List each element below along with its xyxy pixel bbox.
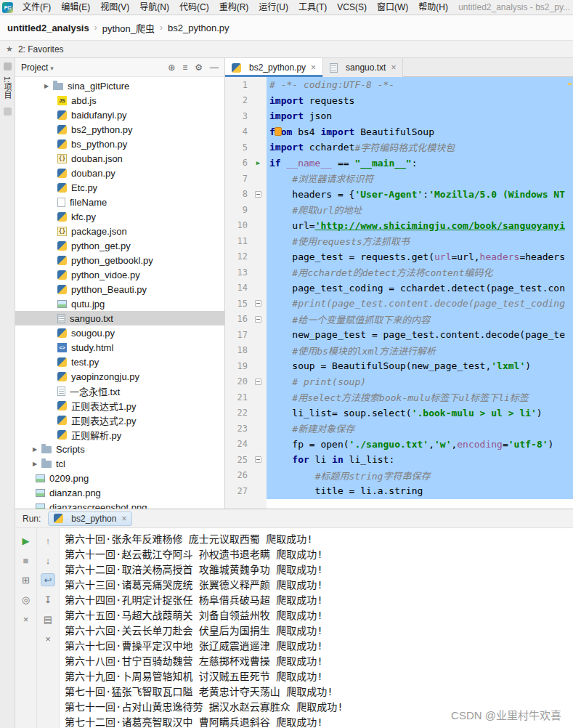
token-k: import (269, 95, 304, 106)
tree-item[interactable]: fileName (15, 195, 224, 209)
tree-item[interactable]: sougou.py (15, 325, 224, 340)
fold-icon[interactable] (255, 379, 261, 385)
python-file-icon (57, 328, 67, 338)
hide-panel-icon[interactable]: — (210, 62, 219, 73)
tree-item[interactable]: qutu.jpg (15, 296, 224, 311)
menu-item-8[interactable]: VCS(S) (332, 0, 372, 15)
tree-item[interactable]: kfc.py (15, 209, 224, 224)
scroll-to-end-icon[interactable]: ↧ (41, 593, 55, 606)
tree-item[interactable]: 正则表达式2.py (15, 413, 224, 427)
menu-item-9[interactable]: 窗口(W) (372, 0, 413, 15)
tree-item[interactable]: baidufanyi.py (15, 108, 224, 122)
fold-icon[interactable] (255, 316, 261, 323)
favorites-label[interactable]: 2: Favorites (18, 44, 64, 54)
fold-icon[interactable] (255, 456, 261, 463)
tree-item[interactable]: test.py (15, 355, 224, 369)
chevron-collapsed-icon[interactable]: ▶ (44, 83, 53, 89)
stop-icon[interactable]: ■ (19, 554, 33, 567)
tree-item[interactable]: dianzanscreenshot.png (15, 500, 224, 509)
close-icon[interactable]: × (121, 514, 126, 524)
text-file-icon (330, 63, 338, 73)
tree-item[interactable]: {}douban.json (15, 151, 224, 166)
tree-item[interactable]: bs2_python.py (15, 122, 224, 137)
tree-item[interactable]: python_getbookl.py (15, 253, 224, 267)
next-occurrence-icon[interactable]: ↓ (41, 554, 55, 567)
print-icon[interactable]: ▤ (41, 612, 55, 626)
tree-item[interactable]: 0209.png (15, 471, 224, 485)
pin-icon[interactable]: ◎ (19, 593, 33, 606)
menu-item-4[interactable]: 代码(C) (174, 0, 214, 15)
tree-item[interactable]: sanguo.txt (15, 311, 224, 325)
tree-item[interactable]: JSabd.js (15, 93, 224, 108)
tree-item[interactable]: ▶tcl (15, 456, 224, 471)
tree-item[interactable]: dianzan.png (15, 485, 224, 500)
tree-item[interactable]: bs_python.py (15, 137, 224, 151)
console-output[interactable]: 第六十回·张永年反难杨修 庞士元议取西蜀 爬取成功!第六十一回·赵云截江夺阿斗 … (60, 528, 573, 728)
python-file-icon (57, 183, 67, 193)
close-icon[interactable]: × (311, 62, 316, 73)
tree-item[interactable]: pytthon_Beauti.py (15, 282, 224, 296)
inspection-mark-icon (568, 83, 572, 85)
code-editor[interactable]: 1# -*- coding:UTF-8 -*-2import requests3… (225, 77, 573, 509)
editor-tab-0[interactable]: bs2_python.py× (225, 58, 323, 77)
fold-icon[interactable] (255, 191, 261, 198)
tree-item[interactable]: ▶sina_gitPicture (15, 78, 224, 93)
tree-item[interactable]: yaopinzongju.py (15, 369, 224, 384)
menu-item-3[interactable]: 导航(N) (134, 0, 174, 15)
folder-icon (41, 461, 52, 468)
menu-item-2[interactable]: 视图(V) (95, 0, 134, 15)
tree-item[interactable]: Etc.py (15, 180, 224, 195)
tree-item[interactable]: python_vidoe.py (15, 267, 224, 282)
project-view-dropdown[interactable]: Project▾ (21, 62, 54, 73)
gutter-mark (250, 456, 267, 463)
run-line-icon[interactable]: ▶ (256, 159, 260, 166)
tree-item[interactable]: 一念永恒.txt (15, 384, 224, 398)
code-text: #给一个变量赋值抓取下来的内容 (267, 312, 573, 328)
tree-item-label: sanguo.txt (70, 313, 113, 324)
chevron-collapsed-icon[interactable]: ▶ (33, 461, 41, 467)
settings-icon[interactable]: ⚙ (195, 62, 203, 73)
tree-item[interactable]: 正则解析.py (15, 427, 224, 442)
tree-item[interactable]: 正则表达式1.py (15, 398, 224, 413)
run-panel-header: Run: bs2_python × (15, 509, 573, 528)
breadcrumb-item-2[interactable]: bs2_python.py (168, 23, 229, 33)
project-tool-button[interactable]: 1:项目 (1, 76, 13, 99)
token-s: 'Mozilla/5.0 (Windows NT (428, 189, 565, 200)
code-text: title = li.a.string (267, 483, 573, 499)
menu-item-10[interactable]: 帮助(H) (413, 0, 453, 15)
token-k: import (269, 110, 304, 121)
menu-item-6[interactable]: 运行(U) (253, 0, 293, 15)
tree-item[interactable]: python_get.py (15, 238, 224, 253)
tree-item[interactable]: {}package.json (15, 224, 224, 238)
tree-item[interactable]: <>study.html (15, 340, 224, 355)
menu-item-5[interactable]: 重构(R) (214, 0, 254, 15)
tool-window-icon[interactable] (4, 62, 12, 70)
collapse-all-icon[interactable]: ≡ (182, 62, 187, 73)
token-t: headers = { (269, 189, 354, 200)
structure-tool-icon[interactable] (4, 108, 12, 116)
chevron-collapsed-icon[interactable]: ▶ (33, 446, 41, 453)
locate-icon[interactable]: ⊕ (168, 62, 175, 73)
editor-tab-1[interactable]: sanguo.txt× (323, 58, 403, 77)
soft-wrap-icon[interactable]: ↩ (41, 573, 55, 586)
tree-item[interactable]: ▶Scripts (15, 442, 224, 456)
menu-item-1[interactable]: 编辑(E) (56, 0, 95, 15)
run-tab[interactable]: bs2_python × (48, 511, 132, 526)
close-icon[interactable]: × (391, 62, 396, 73)
line-number: 16 (225, 314, 250, 324)
restore-layout-icon[interactable]: ⊞ (19, 573, 33, 586)
menu-item-0[interactable]: 文件(F) (17, 0, 56, 15)
intention-bulb-icon[interactable] (275, 127, 282, 136)
prev-occurrence-icon[interactable]: ↑ (41, 534, 55, 547)
menu-item-7[interactable]: 工具(T) (293, 0, 332, 15)
clear-console-icon[interactable]: × (41, 632, 55, 645)
tree-item[interactable]: douban.py (15, 166, 224, 180)
fold-icon[interactable] (255, 300, 261, 307)
breadcrumb-item-0[interactable]: untitled2_analysis (7, 23, 89, 33)
breadcrumb-item-1[interactable]: python_爬虫 (102, 21, 155, 35)
close-icon[interactable]: × (19, 612, 33, 626)
code-text: from bs4 import BeautifulSoup (267, 124, 573, 140)
rerun-icon[interactable]: ▶ (19, 534, 33, 547)
editor-scrollbar[interactable] (566, 77, 573, 509)
code-text: #新建对象保存 (267, 421, 573, 437)
